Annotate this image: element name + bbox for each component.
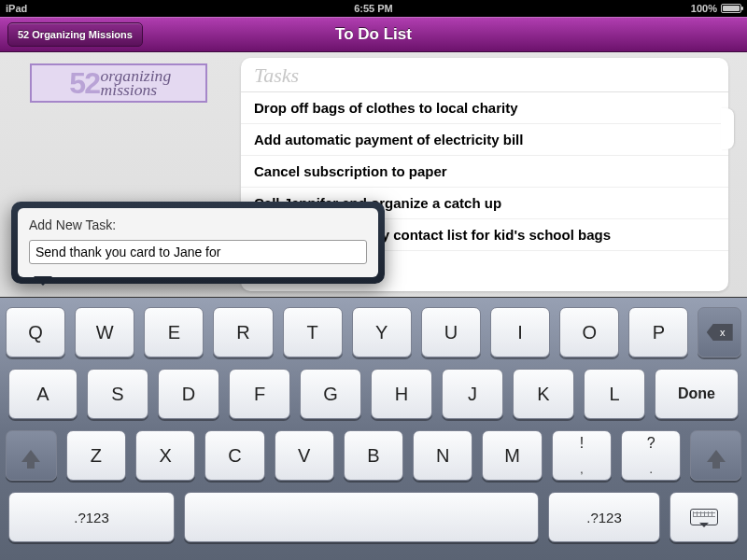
key-z[interactable]: Z [66,430,126,481]
key-j[interactable]: J [442,369,503,419]
key-x[interactable]: X [135,430,195,481]
key-comma-main: , [580,463,583,476]
add-task-input[interactable] [29,240,367,264]
key-u[interactable]: U [421,307,481,357]
key-row-4: .?123 .?123 [6,492,741,542]
key-o[interactable]: O [559,307,619,357]
key-done[interactable]: Done [655,369,739,419]
key-y[interactable]: Y [352,307,412,357]
add-task-label: Add New Task: [29,217,367,232]
shift-icon [21,450,40,462]
key-b[interactable]: B [344,430,403,481]
task-row[interactable]: Add automatic payment of electricity bil… [241,124,728,156]
key-e[interactable]: E [144,307,204,357]
key-s[interactable]: S [87,369,148,419]
key-mode-left[interactable]: .?123 [8,492,175,542]
back-button[interactable]: 52 Organizing Missions [7,22,143,47]
logo-line1: organizing [100,69,171,83]
key-d[interactable]: D [158,369,219,419]
key-p[interactable]: P [628,307,688,357]
battery-icon [721,4,741,13]
key-v[interactable]: V [275,430,334,481]
task-row[interactable]: Cancel subscription to paper [241,156,728,188]
battery-indicator: 100% [691,3,741,14]
key-row-2: A S D F G H J K L Done [6,369,741,419]
key-w[interactable]: W [75,307,134,357]
battery-percent: 100% [691,3,717,14]
key-period[interactable]: ? . [621,430,681,481]
card-tab [721,108,734,149]
logo-number: 52 [69,66,99,101]
key-period-main: . [650,463,653,476]
nav-bar: 52 Organizing Missions To Do List [0,17,747,52]
content-area: 52 organizing missions Tasks Drop off ba… [0,52,747,560]
hide-keyboard-icon [690,509,718,525]
key-k[interactable]: K [513,369,574,419]
key-r[interactable]: R [213,307,273,357]
shift-icon [707,450,726,462]
key-period-alt: ? [647,435,655,452]
key-q[interactable]: Q [6,307,65,357]
task-row[interactable]: Drop off bags of clothes to local charit… [241,92,728,124]
key-hide-keyboard[interactable] [669,492,739,542]
key-shift-left[interactable] [6,430,57,481]
back-button-label: 52 Organizing Missions [18,29,133,40]
status-bar: iPad 6:55 PM 100% [0,0,747,17]
add-task-popover: Add New Task: [11,202,385,284]
key-i[interactable]: I [490,307,550,357]
key-c[interactable]: C [204,430,264,481]
key-shift-right[interactable] [690,430,741,481]
app-logo: 52 organizing missions [30,63,207,103]
key-m[interactable]: M [482,430,542,481]
key-l[interactable]: L [584,369,645,419]
key-backspace[interactable]: x [698,307,741,357]
tasks-heading: Tasks [241,58,728,92]
page-title: To Do List [335,25,412,44]
key-comma-alt: ! [580,435,584,452]
key-a[interactable]: A [8,369,78,419]
key-h[interactable]: H [371,369,432,419]
backspace-icon: x [707,324,733,341]
logo-line2: missions [100,83,171,97]
device-label: iPad [6,3,27,14]
key-row-1: Q W E R T Y U I O P x [6,307,741,357]
key-n[interactable]: N [413,430,472,481]
key-f[interactable]: F [229,369,290,419]
key-mode-right[interactable]: .?123 [548,492,660,542]
key-space[interactable] [184,492,539,542]
key-row-3: Z X C V B N M ! , ? . [6,430,741,481]
key-comma[interactable]: ! , [552,430,612,481]
clock: 6:55 PM [354,3,393,14]
key-g[interactable]: G [300,369,361,419]
key-t[interactable]: T [283,307,343,357]
onscreen-keyboard: Q W E R T Y U I O P x A S D F G H J K L … [0,297,747,560]
